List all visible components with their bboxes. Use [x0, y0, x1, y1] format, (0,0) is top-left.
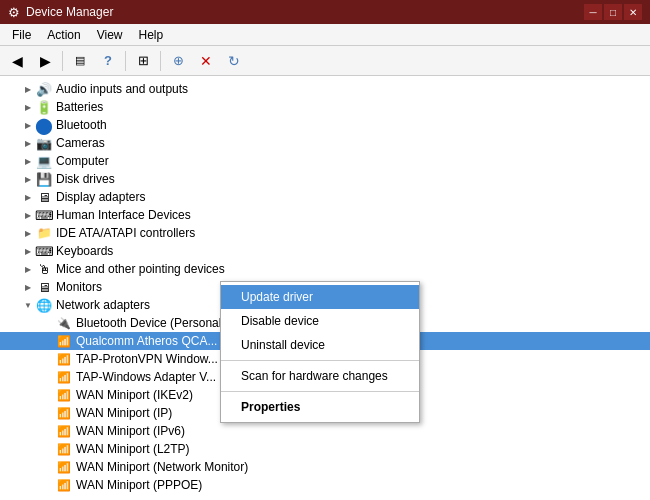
expander-wanike2: [40, 387, 56, 403]
icon-diskdrives: 💾: [36, 171, 52, 187]
label-keyboards: Keyboards: [56, 244, 113, 258]
toolbar-sep-3: [160, 51, 161, 71]
menu-view[interactable]: View: [89, 26, 131, 44]
tree-item-batteries[interactable]: ▶ 🔋 Batteries: [0, 98, 650, 116]
menu-file[interactable]: File: [4, 26, 39, 44]
label-wanl2tp: WAN Miniport (L2TP): [76, 442, 190, 456]
tree-item-displayadapters[interactable]: ▶ 🖥 Display adapters: [0, 188, 650, 206]
label-ide: IDE ATA/ATAPI controllers: [56, 226, 195, 240]
label-wanip: WAN Miniport (IP): [76, 406, 172, 420]
maximize-button[interactable]: □: [604, 4, 622, 20]
tree-item-mice[interactable]: ▶ 🖱 Mice and other pointing devices: [0, 260, 650, 278]
icon-wanip: 📶: [56, 405, 72, 421]
title-bar: ⚙ Device Manager ─ □ ✕: [0, 0, 650, 24]
help-button[interactable]: ?: [95, 49, 121, 73]
toolbar-sep-1: [62, 51, 63, 71]
expander-tapwindows: [40, 369, 56, 385]
tree-item-keyboards[interactable]: ▶ ⌨ Keyboards: [0, 242, 650, 260]
label-tapwindows: TAP-Windows Adapter V...: [76, 370, 216, 384]
expander-tapprotonvpn: [40, 351, 56, 367]
ctx-item-disable-device[interactable]: Disable device: [221, 309, 419, 333]
label-mice: Mice and other pointing devices: [56, 262, 225, 276]
tree-item-computer[interactable]: ▶ 💻 Computer: [0, 152, 650, 170]
menu-help[interactable]: Help: [131, 26, 172, 44]
tree-item-cameras[interactable]: ▶ 📷 Cameras: [0, 134, 650, 152]
label-bluetooth: Bluetooth: [56, 118, 107, 132]
properties-button[interactable]: ▤: [67, 49, 93, 73]
tree-item-hid[interactable]: ▶ ⌨ Human Interface Devices: [0, 206, 650, 224]
icon-qualcomm: 📶: [56, 333, 72, 349]
tree-item-diskdrives[interactable]: ▶ 💾 Disk drives: [0, 170, 650, 188]
ctx-item-properties[interactable]: Properties: [221, 395, 419, 419]
expander-monitors: ▶: [20, 279, 36, 295]
label-batteries: Batteries: [56, 100, 103, 114]
tree-item-wanipv6[interactable]: 📶 WAN Miniport (IPv6): [0, 422, 650, 440]
title-controls: ─ □ ✕: [584, 4, 642, 20]
minimize-button[interactable]: ─: [584, 4, 602, 20]
tree-item-bluetooth[interactable]: ▶ ⬤ Bluetooth: [0, 116, 650, 134]
expander-ide: ▶: [20, 225, 36, 241]
toolbar-sep-2: [125, 51, 126, 71]
icon-networkadapters: 🌐: [36, 297, 52, 313]
label-wanpppoe: WAN Miniport (PPPOE): [76, 478, 202, 492]
icon-tapprotonvpn: 📶: [56, 351, 72, 367]
expander-computer: ▶: [20, 153, 36, 169]
menu-bar: File Action View Help: [0, 24, 650, 46]
expander-wannetwork: [40, 459, 56, 475]
icon-cameras: 📷: [36, 135, 52, 151]
icon-displayadapters: 🖥: [36, 189, 52, 205]
tree-item-wannetwork[interactable]: 📶 WAN Miniport (Network Monitor): [0, 458, 650, 476]
main-content: ▶ 🔊 Audio inputs and outputs ▶ 🔋 Batteri…: [0, 76, 650, 500]
icon-mice: 🖱: [36, 261, 52, 277]
label-monitors: Monitors: [56, 280, 102, 294]
tree-item-wanl2tp[interactable]: 📶 WAN Miniport (L2TP): [0, 440, 650, 458]
label-tapprotonvpn: TAP-ProtonVPN Window...: [76, 352, 218, 366]
expander-wanip: [40, 405, 56, 421]
back-button[interactable]: ◀: [4, 49, 30, 73]
menu-action[interactable]: Action: [39, 26, 88, 44]
icon-wanpppoe: 📶: [56, 477, 72, 493]
expander-mice: ▶: [20, 261, 36, 277]
tree-item-ide[interactable]: ▶ 📁 IDE ATA/ATAPI controllers: [0, 224, 650, 242]
toolbar: ◀ ▶ ▤ ? ⊞ ⊕ ✕ ↻: [0, 46, 650, 76]
remove-button[interactable]: ✕: [193, 49, 219, 73]
expander-diskdrives: ▶: [20, 171, 36, 187]
icon-audio: 🔊: [36, 81, 52, 97]
label-qualcomm: Qualcomm Atheros QCA...: [76, 334, 217, 348]
label-computer: Computer: [56, 154, 109, 168]
icon-btpan: 🔌: [56, 315, 72, 331]
expander-audio: ▶: [20, 81, 36, 97]
scan-hw-button[interactable]: ⊕: [165, 49, 191, 73]
tree-item-audio[interactable]: ▶ 🔊 Audio inputs and outputs: [0, 80, 650, 98]
icon-wannetwork: 📶: [56, 459, 72, 475]
icon-tapwindows: 📶: [56, 369, 72, 385]
expander-wanipv6: [40, 423, 56, 439]
expander-networkadapters: ▼: [20, 297, 36, 313]
icon-batteries: 🔋: [36, 99, 52, 115]
expander-cameras: ▶: [20, 135, 36, 151]
label-cameras: Cameras: [56, 136, 105, 150]
icon-computer: 💻: [36, 153, 52, 169]
ctx-sep-2: [221, 391, 419, 392]
title-text: Device Manager: [26, 5, 113, 19]
expander-wanpppoe: [40, 477, 56, 493]
label-displayadapters: Display adapters: [56, 190, 145, 204]
context-menu: Update driver Disable device Uninstall d…: [220, 281, 420, 423]
icon-wanipv6: 📶: [56, 423, 72, 439]
ctx-item-uninstall-device[interactable]: Uninstall device: [221, 333, 419, 357]
update-button[interactable]: ↻: [221, 49, 247, 73]
label-diskdrives: Disk drives: [56, 172, 115, 186]
icon-monitors: 🖥: [36, 279, 52, 295]
expander-bluetooth: ▶: [20, 117, 36, 133]
scan-button[interactable]: ⊞: [130, 49, 156, 73]
tree-item-wanpppoe[interactable]: 📶 WAN Miniport (PPPOE): [0, 476, 650, 494]
forward-button[interactable]: ▶: [32, 49, 58, 73]
icon-bluetooth: ⬤: [36, 117, 52, 133]
close-button[interactable]: ✕: [624, 4, 642, 20]
expander-btpan: [40, 315, 56, 331]
expander-wanl2tp: [40, 441, 56, 457]
ctx-item-update-driver[interactable]: Update driver: [221, 285, 419, 309]
icon-ide: 📁: [36, 225, 52, 241]
icon-wanl2tp: 📶: [56, 441, 72, 457]
ctx-item-scan-hw[interactable]: Scan for hardware changes: [221, 364, 419, 388]
